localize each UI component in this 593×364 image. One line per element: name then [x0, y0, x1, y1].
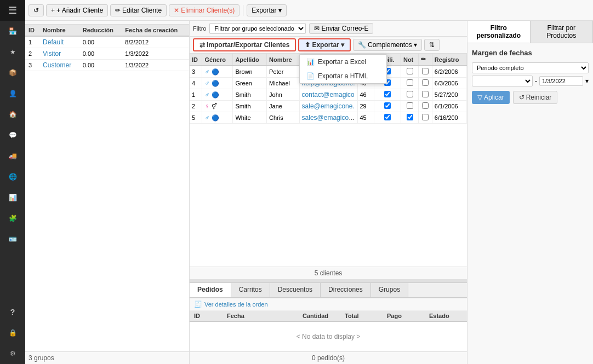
export-excel-item[interactable]: 📊 Exportar a Excel	[300, 55, 386, 69]
sidebar: ☰ 🏪 ★ 📦 👤 🏠 💬 🚚 🌐 📊 🧩 🪪 ? 🔒 ⚙	[0, 0, 25, 364]
edit-checkbox[interactable]	[422, 114, 429, 120]
table-row[interactable]: 2 Visitor 0.00 1/3/2022	[25, 48, 189, 60]
not-checkbox[interactable]	[407, 68, 413, 74]
filter-sort-button[interactable]: ⇅	[424, 39, 440, 51]
view-order-details-link[interactable]: Ver detalles de la orden	[204, 301, 268, 308]
sidebar-menu-toggle[interactable]: ☰	[0, 0, 25, 21]
edit-checkbox[interactable]	[422, 79, 429, 86]
order-icon: 🧾	[194, 301, 202, 308]
not-checkbox[interactable]	[407, 91, 413, 97]
edit-checkbox[interactable]	[422, 68, 429, 74]
tab-descuentos[interactable]: Descuentos	[270, 283, 321, 297]
table-row[interactable]: 3 Customer 0.00 1/3/2022	[25, 60, 189, 71]
table-row[interactable]: 1 ♂ 🔵 Smith John contact@emagico 46 5/27…	[190, 89, 467, 101]
upload-icon: ⬆	[305, 41, 310, 49]
sidebar-item-settings[interactable]: ⚙	[0, 343, 25, 364]
sidebar-item-products[interactable]: 📦	[0, 62, 25, 83]
add-icon: +	[51, 7, 55, 14]
box-icon: 📦	[9, 69, 17, 77]
separator	[243, 5, 243, 16]
sort-icon: ⇅	[429, 41, 435, 49]
sidebar-item-chat[interactable]: 💬	[0, 125, 25, 146]
sidebar-item-customers[interactable]: 👤	[0, 83, 25, 104]
col-genero: Género	[202, 54, 233, 66]
id-card-icon: 🪪	[9, 235, 17, 243]
tab-pedidos[interactable]: Pedidos	[190, 283, 231, 297]
col-id: ID	[25, 25, 39, 36]
sidebar-item-id[interactable]: 🪪	[0, 229, 25, 250]
sidebar-item-plugins[interactable]: 🧩	[0, 208, 25, 229]
habilitado-checkbox[interactable]	[384, 114, 391, 120]
chart-icon: 📊	[9, 194, 17, 201]
delete-client-button[interactable]: ✕ Eliminar Cliente(s)	[169, 4, 240, 16]
tab-grupos[interactable]: Grupos	[371, 283, 408, 297]
col-nombre: Nombre	[267, 54, 300, 66]
calendar-icon[interactable]: ▾	[585, 77, 589, 85]
col-reduccion: Reducción	[79, 25, 122, 36]
lock-icon: 🔒	[9, 329, 17, 337]
settings-icon: ⚙	[10, 350, 16, 357]
right-tab-custom-filter[interactable]: Filtro personalizado	[467, 21, 531, 43]
import-export-icon: ⇄	[199, 41, 205, 49]
habilitado-checkbox[interactable]	[384, 91, 391, 97]
store-icon: 🏪	[9, 27, 17, 35]
email-icon: ✉	[314, 25, 320, 32]
excel-icon: 📊	[306, 58, 315, 66]
not-checkbox[interactable]	[407, 114, 413, 120]
refresh-button[interactable]: ↺	[28, 4, 44, 16]
puzzle-icon: 🧩	[9, 215, 17, 222]
tab-carritos[interactable]: Carritos	[231, 283, 270, 297]
sidebar-item-favorites[interactable]: ★	[0, 42, 25, 62]
sidebar-item-globe[interactable]: 🌐	[0, 166, 25, 187]
not-checkbox[interactable]	[407, 102, 413, 109]
sidebar-item-help[interactable]: ?	[0, 302, 25, 322]
date-to-input[interactable]	[539, 76, 583, 86]
add-client-button[interactable]: + + Añadir Cliente	[46, 4, 108, 16]
filter-select[interactable]: Filtrar por grupo seleccionado	[209, 23, 306, 34]
tabs-row: Pedidos Carritos Descuentos Direcciones …	[190, 282, 467, 298]
table-row[interactable]: 2 ♀ ⚥ Smith Jane sale@emagicone. 29 6/1/…	[190, 101, 467, 112]
export-html-item[interactable]: 📄 Exportar a HTML	[300, 69, 386, 83]
reiniciar-button[interactable]: ↺ Reiniciar	[513, 91, 558, 104]
edit-client-button[interactable]: ✏ Editar Cliente	[110, 4, 167, 16]
apply-button[interactable]: ▽ Aplicar	[472, 91, 510, 104]
left-toolbar	[25, 21, 189, 25]
sidebar-item-lock[interactable]: 🔒	[0, 322, 25, 343]
html-icon: 📄	[306, 72, 315, 80]
globe-icon: 🌐	[9, 173, 17, 181]
edit-checkbox[interactable]	[422, 91, 429, 97]
col-fecha: Fecha de creación	[122, 25, 189, 36]
date-from-select[interactable]	[472, 76, 533, 86]
chat-icon: 💬	[9, 131, 17, 139]
send-email-button[interactable]: ✉ Enviar Correo-E	[309, 23, 373, 34]
complementos-button[interactable]: 🔧 Complementos ▾	[353, 39, 422, 51]
sidebar-item-shipping[interactable]: 🚚	[0, 146, 25, 166]
export-button[interactable]: ⬆ Exportar ▾	[298, 38, 351, 51]
top-toolbar: ↺ + + Añadir Cliente ✏ Editar Cliente ✕ …	[25, 0, 593, 21]
habilitado-checkbox[interactable]	[384, 102, 391, 109]
tab-direcciones[interactable]: Direcciones	[321, 283, 371, 297]
groups-footer: 3 grupos	[25, 351, 189, 364]
sidebar-item-stats[interactable]: 📊	[0, 187, 25, 208]
import-export-row: ⇄ Importar/Exportar Clientes ⬆ Exportar …	[190, 37, 467, 54]
import-export-button[interactable]: ⇄ Importar/Exportar Clientes	[193, 38, 296, 51]
sidebar-item-home[interactable]: 🏠	[0, 104, 25, 125]
col-not: Not	[401, 54, 418, 66]
edit-checkbox[interactable]	[422, 102, 429, 109]
period-select[interactable]: Periodo completo	[472, 62, 589, 73]
wrench-icon: 🔧	[358, 41, 366, 49]
customers-footer: 5 clientes	[190, 267, 467, 279]
not-checkbox[interactable]	[407, 79, 413, 86]
period-label: Periodo completo	[472, 62, 589, 73]
table-row[interactable]: 1 Default 0.00 8/2/2012	[25, 36, 189, 48]
home-icon: 🏠	[9, 111, 17, 118]
right-tab-filter-products[interactable]: Filtrar por Productos	[531, 21, 594, 43]
orders-footer: 0 pedido(s)	[190, 351, 467, 364]
filter-action-buttons: ▽ Aplicar ↺ Reiniciar	[472, 91, 589, 104]
left-panel: ID Nombre Reducción Fecha de creación 1 …	[25, 21, 190, 364]
detail-table-header: ID Fecha Cantidad Total Pago Estado	[190, 311, 467, 322]
orders-col-cantidad: Cantidad	[298, 313, 340, 319]
export-dropdown-button[interactable]: Exportar ▾	[247, 4, 286, 16]
table-row[interactable]: 5 ♂ 🔵 White Chris sales@emagicone 45 6/1…	[190, 112, 467, 124]
sidebar-item-store[interactable]: 🏪	[0, 21, 25, 42]
